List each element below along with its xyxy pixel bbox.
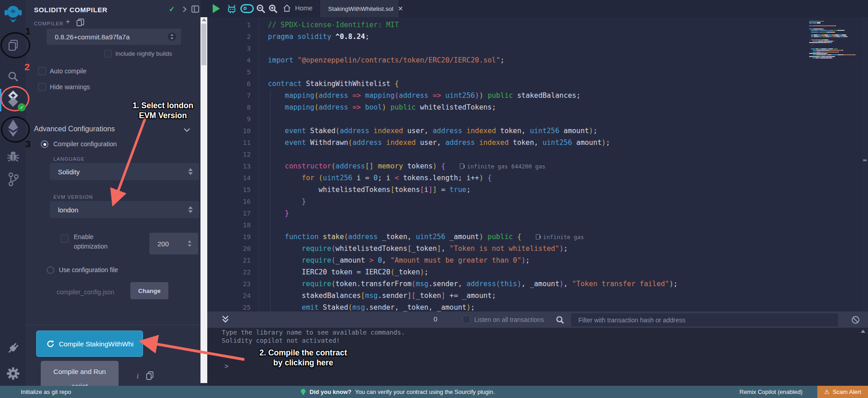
file-explorer-icon <box>7 39 19 52</box>
sidebar-item-file-explorer[interactable] <box>0 39 26 52</box>
ethereum-deploy-icon <box>7 119 19 138</box>
open-file-icon[interactable] <box>76 19 84 26</box>
line-number: 7 <box>207 92 251 99</box>
code-text: IERC20 token = IERC20(_token); <box>268 268 429 276</box>
terminal-output[interactable]: Type the library name to see available c… <box>207 328 868 386</box>
editor-scrollbar[interactable] <box>862 17 868 312</box>
scroll-up-arrow[interactable] <box>202 18 206 21</box>
panel-scrollbar[interactable] <box>200 17 207 383</box>
code-text: // SPDX-License-Identifier: MIT <box>268 21 399 29</box>
compiler-config-label: Compiler configuration <box>53 140 117 148</box>
sidebar-item-git[interactable] <box>0 172 26 187</box>
zoom-out-icon[interactable] <box>256 4 266 14</box>
tab-label: StakingWithWhitelist.sol <box>328 5 393 12</box>
minimap-row <box>809 47 863 48</box>
compile-button[interactable]: Compile StakingWithWhi <box>36 331 143 357</box>
line-number: 11 <box>207 139 251 146</box>
chevron-down-icon[interactable] <box>183 128 191 132</box>
scrollbar-thumb[interactable] <box>201 24 206 65</box>
enable-optimization-checkbox[interactable] <box>61 235 69 243</box>
sidebar-item-plugin-manager[interactable] <box>0 340 26 356</box>
line-number: 17 <box>207 210 251 217</box>
add-compiler-icon[interactable]: + <box>66 17 70 26</box>
hide-warnings-checkbox[interactable] <box>38 83 46 91</box>
line-number: 9 <box>207 115 251 123</box>
tab-home[interactable]: Home <box>282 4 313 13</box>
minimap-row <box>809 44 863 45</box>
code-text: require(_amount > 0, "Amount must be gre… <box>268 256 530 264</box>
line-number: 25 <box>207 304 251 311</box>
sidebar-item-search[interactable] <box>0 71 26 82</box>
git-init-status[interactable]: Initialize as git repo <box>21 388 71 395</box>
copilot-status[interactable]: Remix Copilot (enabled) <box>739 388 802 395</box>
change-config-button[interactable]: Change <box>130 282 168 299</box>
copy-icon[interactable] <box>146 371 153 380</box>
language-select[interactable]: Solidity <box>50 163 199 180</box>
minimap-row <box>809 58 863 58</box>
use-config-file-radio[interactable] <box>47 266 54 274</box>
lightbulb-icon <box>300 388 306 396</box>
line-number: 6 <box>207 80 251 87</box>
code-text: constructor(address[] memory tokens) { <box>268 162 445 170</box>
minimap-row <box>809 42 863 43</box>
nightly-builds-checkbox[interactable] <box>104 50 112 58</box>
toggle-knob <box>243 7 247 10</box>
runs-stepper-icon[interactable] <box>187 240 192 247</box>
code-text: for (uint256 i = 0; i < tokens.length; i… <box>268 174 492 182</box>
line-number: 4 <box>207 57 251 64</box>
collapse-terminal-icon[interactable] <box>222 315 229 324</box>
tab-staking-with-whitelist[interactable]: StakingWithWhitelist.sol ✕ <box>320 0 399 17</box>
search-icon <box>556 316 564 324</box>
code-line: 17 } <box>207 207 868 219</box>
code-editor[interactable]: 1// SPDX-License-Identifier: MIT2pragma … <box>207 17 868 312</box>
info-icon[interactable]: i <box>137 372 138 380</box>
ai-copilot-toggle[interactable] <box>240 4 254 13</box>
line-number: 23 <box>207 280 251 288</box>
solidity-compiler-panel: SOLIDITY COMPILER ✓ COMPILER + 0.8.26+co… <box>26 0 200 386</box>
code-line: 12 <box>207 149 868 160</box>
sidebar-item-deploy-run[interactable] <box>0 119 26 138</box>
code-line: 20 require(whitelistedTokens[_token], "T… <box>207 243 868 254</box>
plug-icon <box>5 340 21 356</box>
hide-warnings-label: Hide warnings <box>50 83 90 91</box>
code-line: 1// SPDX-License-Identifier: MIT <box>207 19 868 31</box>
evm-version-label: EVM VERSION <box>53 194 93 200</box>
code-line: 15 whitelistedTokens[tokens[i]] = true; <box>207 184 868 196</box>
terminal-scroll-up-icon[interactable] <box>861 330 865 333</box>
enable-optimization-label: Enable optimization <box>74 232 124 251</box>
zoom-in-icon[interactable] <box>268 4 278 14</box>
code-text: mapping(address => mapping(address => ui… <box>268 91 581 100</box>
remix-logo[interactable] <box>4 4 23 24</box>
code-line: 14 for (uint256 i = 0; i < tokens.length… <box>207 172 868 184</box>
minimap-row <box>809 33 863 34</box>
minimap-row <box>809 56 863 57</box>
run-script-button[interactable] <box>213 4 220 13</box>
code-line: 16 } <box>207 196 868 207</box>
tab-close-icon[interactable]: ✕ <box>398 5 403 12</box>
code-text: emit Staked(msg.sender, _token, _amount)… <box>268 303 475 312</box>
sidebar-item-settings[interactable] <box>0 366 26 381</box>
minimap-row <box>809 29 863 29</box>
did-you-know-tip: Did you know? You can verify your contra… <box>300 388 495 396</box>
evm-version-select[interactable]: london <box>50 201 199 218</box>
listen-transactions-checkbox[interactable] <box>463 316 470 323</box>
optimization-runs-input[interactable]: 200 <box>149 233 198 254</box>
pin-panel-icon[interactable] <box>191 5 199 13</box>
advanced-config-header[interactable]: Advanced Configurations <box>34 125 115 133</box>
line-number: 13 <box>207 163 251 170</box>
ai-robot-icon[interactable] <box>227 4 237 14</box>
scam-alert-button[interactable]: ⚠ Scam Alert <box>817 386 868 398</box>
clear-console-icon[interactable] <box>852 316 859 324</box>
icon-rail <box>0 0 26 386</box>
code-line: 2pragma solidity ^0.8.24; <box>207 31 868 43</box>
sidebar-item-debugger[interactable] <box>0 149 26 163</box>
compiler-version-select[interactable]: 0.8.26+commit.8a97fa7a <box>47 29 181 45</box>
chevron-right-icon[interactable] <box>182 6 187 13</box>
git-branch-icon <box>7 172 19 187</box>
panel-title: SOLIDITY COMPILER <box>34 6 107 14</box>
transaction-filter-input[interactable] <box>571 313 838 326</box>
compiler-config-radio[interactable] <box>41 140 48 148</box>
auto-compile-checkbox[interactable] <box>38 67 46 75</box>
compiled-check-badge: ✓ <box>18 103 26 111</box>
editor-minimap[interactable] <box>809 21 863 81</box>
